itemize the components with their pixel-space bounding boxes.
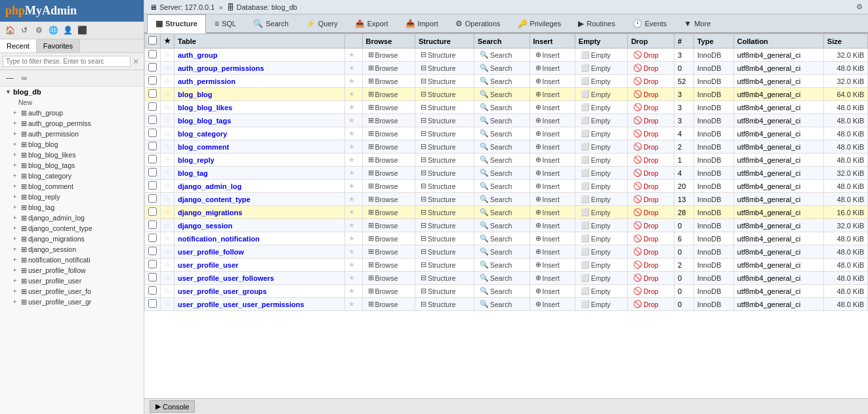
sidebar-item-auth-group-permiss[interactable]: + ⊞ auth_group_permiss bbox=[0, 118, 144, 129]
empty-btn[interactable]: ⬜ Empty bbox=[579, 220, 613, 230]
search-btn[interactable]: 🔍 Search bbox=[478, 129, 514, 138]
star-fav-icon[interactable]: ★ bbox=[348, 129, 355, 137]
tab-routines[interactable]: ▶ Routines bbox=[569, 14, 623, 32]
table-name-link[interactable]: django_session bbox=[178, 222, 232, 230]
insert-btn[interactable]: ⊕ Insert bbox=[533, 247, 562, 257]
structure-btn[interactable]: ⊟ Structure bbox=[419, 115, 458, 125]
star-icon[interactable]: ☆ bbox=[164, 221, 171, 229]
structure-btn[interactable]: ⊟ Structure bbox=[419, 286, 458, 296]
row-checkbox[interactable] bbox=[148, 273, 157, 281]
drop-btn[interactable]: 🚫 Drop bbox=[631, 63, 661, 73]
star-fav-icon[interactable]: ★ bbox=[348, 260, 355, 268]
row-checkbox[interactable] bbox=[148, 194, 157, 203]
insert-btn[interactable]: ⊕ Insert bbox=[533, 142, 562, 152]
row-checkbox[interactable] bbox=[148, 220, 157, 229]
search-btn[interactable]: 🔍 Search bbox=[478, 234, 514, 243]
empty-btn[interactable]: ⬜ Empty bbox=[579, 286, 613, 296]
sidebar-item-blog-comment[interactable]: + ⊞ blog_comment bbox=[0, 181, 144, 192]
sidebar-item-blog-tag[interactable]: + ⊞ blog_tag bbox=[0, 202, 144, 213]
sidebar-item-blog-db[interactable]: ▼ blog_db bbox=[0, 87, 144, 97]
browse-btn[interactable]: ⊞ Browse bbox=[366, 273, 400, 283]
row-checkbox[interactable] bbox=[148, 102, 157, 111]
star-icon[interactable]: ☆ bbox=[164, 234, 171, 242]
table-name-link[interactable]: auth_group bbox=[178, 51, 218, 59]
insert-btn[interactable]: ⊕ Insert bbox=[533, 63, 562, 73]
sidebar-item-django-admin-log[interactable]: + ⊞ django_admin_log bbox=[0, 213, 144, 223]
search-btn[interactable]: 🔍 Search bbox=[478, 115, 514, 125]
drop-btn[interactable]: 🚫 Drop bbox=[631, 76, 661, 86]
star-icon[interactable]: ☆ bbox=[164, 129, 171, 137]
search-btn[interactable]: 🔍 Search bbox=[478, 260, 514, 270]
insert-btn[interactable]: ⊕ Insert bbox=[533, 102, 562, 112]
browse-btn[interactable]: ⊞ Browse bbox=[366, 129, 400, 138]
star-fav-icon[interactable]: ★ bbox=[348, 300, 355, 308]
empty-btn[interactable]: ⬜ Empty bbox=[579, 260, 613, 270]
empty-btn[interactable]: ⬜ Empty bbox=[579, 247, 613, 257]
structure-btn[interactable]: ⊟ Structure bbox=[419, 76, 458, 86]
insert-btn[interactable]: ⊕ Insert bbox=[533, 260, 562, 270]
drop-btn[interactable]: 🚫 Drop bbox=[631, 50, 661, 60]
star-icon[interactable]: ☆ bbox=[164, 260, 171, 268]
structure-btn[interactable]: ⊟ Structure bbox=[419, 63, 458, 73]
sidebar-item-user-profile-user-gr[interactable]: + ⊞ user_profile_user_gr bbox=[0, 297, 144, 307]
empty-btn[interactable]: ⬜ Empty bbox=[579, 194, 613, 204]
drop-btn[interactable]: 🚫 Drop bbox=[631, 102, 661, 112]
star-fav-icon[interactable]: ★ bbox=[348, 208, 355, 216]
table-name-link[interactable]: blog_reply bbox=[178, 156, 215, 164]
star-fav-icon[interactable]: ★ bbox=[348, 103, 355, 111]
row-checkbox[interactable] bbox=[148, 129, 157, 137]
sidebar-search-input[interactable] bbox=[3, 56, 131, 67]
console-button[interactable]: ▶ Console bbox=[150, 400, 195, 413]
star-icon[interactable]: ☆ bbox=[164, 155, 171, 163]
browse-btn[interactable]: ⊞ Browse bbox=[366, 286, 400, 296]
tab-operations[interactable]: ⚙ Operations bbox=[447, 14, 509, 32]
drop-btn[interactable]: 🚫 Drop bbox=[631, 286, 661, 296]
insert-btn[interactable]: ⊕ Insert bbox=[533, 273, 562, 283]
sidebar-item-blog-blog-likes[interactable]: + ⊞ blog_blog_likes bbox=[0, 150, 144, 160]
empty-btn[interactable]: ⬜ Empty bbox=[579, 115, 613, 125]
sidebar-item-django-content-type[interactable]: + ⊞ django_content_type bbox=[0, 223, 144, 234]
table-name-link[interactable]: django_migrations bbox=[178, 209, 242, 217]
search-btn[interactable]: 🔍 Search bbox=[478, 299, 514, 309]
tab-sql[interactable]: ≡ SQL bbox=[206, 14, 245, 32]
browse-btn[interactable]: ⊞ Browse bbox=[366, 207, 400, 217]
home-icon[interactable]: 🏠 bbox=[4, 24, 16, 36]
browse-btn[interactable]: ⊞ Browse bbox=[366, 247, 400, 257]
tab-favorites[interactable]: Favorites bbox=[37, 39, 80, 52]
exit-icon[interactable]: ⬛ bbox=[76, 24, 88, 36]
structure-btn[interactable]: ⊟ Structure bbox=[419, 194, 458, 204]
star-icon[interactable]: ☆ bbox=[164, 142, 171, 150]
drop-btn[interactable]: 🚫 Drop bbox=[631, 234, 661, 243]
star-icon[interactable]: ☆ bbox=[164, 169, 171, 176]
browse-btn[interactable]: ⊞ Browse bbox=[366, 63, 400, 73]
insert-btn[interactable]: ⊕ Insert bbox=[533, 194, 562, 204]
structure-btn[interactable]: ⊟ Structure bbox=[419, 220, 458, 230]
insert-btn[interactable]: ⊕ Insert bbox=[533, 89, 562, 99]
table-name-link[interactable]: user_profile_user_groups bbox=[178, 287, 267, 295]
empty-btn[interactable]: ⬜ Empty bbox=[579, 142, 613, 152]
empty-btn[interactable]: ⬜ Empty bbox=[579, 63, 613, 73]
sidebar-item-blog-blog-tags[interactable]: + ⊞ blog_blog_tags bbox=[0, 160, 144, 171]
drop-btn[interactable]: 🚫 Drop bbox=[631, 207, 661, 217]
row-checkbox[interactable] bbox=[148, 155, 157, 163]
sidebar-item-blog-blog[interactable]: + ⊞ blog_blog bbox=[0, 139, 144, 150]
star-icon[interactable]: ☆ bbox=[164, 182, 171, 190]
star-fav-icon[interactable]: ★ bbox=[348, 116, 355, 124]
insert-btn[interactable]: ⊕ Insert bbox=[533, 168, 562, 178]
empty-btn[interactable]: ⬜ Empty bbox=[579, 50, 613, 60]
table-name-link[interactable]: django_content_type bbox=[178, 196, 251, 203]
structure-btn[interactable]: ⊟ Structure bbox=[419, 89, 458, 99]
drop-btn[interactable]: 🚫 Drop bbox=[631, 89, 661, 99]
star-fav-icon[interactable]: ★ bbox=[348, 169, 355, 176]
star-icon[interactable]: ☆ bbox=[164, 287, 171, 295]
star-fav-icon[interactable]: ★ bbox=[348, 77, 355, 85]
empty-btn[interactable]: ⬜ Empty bbox=[579, 234, 613, 243]
structure-btn[interactable]: ⊟ Structure bbox=[419, 168, 458, 178]
insert-btn[interactable]: ⊕ Insert bbox=[533, 115, 562, 125]
structure-btn[interactable]: ⊟ Structure bbox=[419, 50, 458, 60]
search-btn[interactable]: 🔍 Search bbox=[478, 286, 514, 296]
browse-btn[interactable]: ⊞ Browse bbox=[366, 234, 400, 243]
table-name-link[interactable]: django_admin_log bbox=[178, 182, 241, 190]
sidebar-item-user-profile-user-fo[interactable]: + ⊞ user_profile_user_fo bbox=[0, 286, 144, 297]
refresh-icon[interactable]: ↺ bbox=[18, 24, 30, 36]
